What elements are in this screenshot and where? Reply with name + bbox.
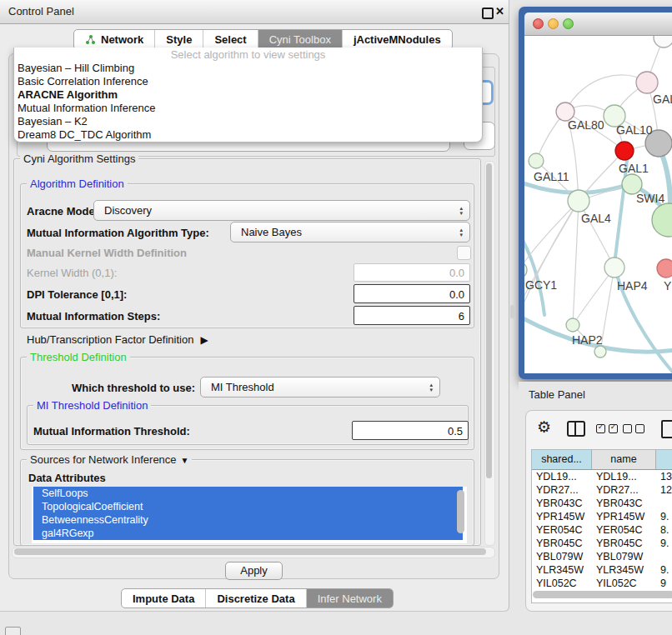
cell: YPR145W xyxy=(532,510,592,523)
apply-button[interactable]: Apply xyxy=(225,562,283,580)
float-panel-icon[interactable] xyxy=(482,8,494,19)
close-panel-icon[interactable] xyxy=(495,5,504,18)
settings-gear-icon[interactable] xyxy=(537,418,551,437)
new-document-icon[interactable] xyxy=(661,420,672,438)
network-node-gal1[interactable] xyxy=(615,142,634,160)
network-node-gal11[interactable] xyxy=(529,153,544,168)
network-graph[interactable]: GALGAL80GAL10GAL1GAL11SWI4GAL4GCY1HAP4YH… xyxy=(524,36,672,373)
check-all-icon[interactable] xyxy=(596,424,618,433)
algorithm-definition-title: Algorithm Definition xyxy=(27,178,128,190)
table-panel-titlebar: Table Panel xyxy=(519,382,672,408)
network-node-gcy1[interactable] xyxy=(524,262,527,278)
table-row[interactable]: YDR27...YDR27...12 xyxy=(532,483,672,497)
column-header-extra[interactable] xyxy=(656,450,672,469)
table-row[interactable]: YPR145WYPR145W9. xyxy=(532,510,672,523)
tab-label: Infer Network xyxy=(318,592,382,605)
network-view-window[interactable]: GALGAL80GAL10GAL1GAL11SWI4GAL4GCY1HAP4YH… xyxy=(519,7,672,379)
sources-group-title[interactable]: Sources for Network Inference xyxy=(27,453,192,466)
split-pane-handle[interactable] xyxy=(510,305,514,318)
settings-vertical-scrollbar[interactable] xyxy=(484,161,495,546)
tab-label: Network xyxy=(101,33,143,46)
algorithm-option-mutual-information-inference[interactable]: Mutual Information Inference xyxy=(14,102,482,115)
mi-threshold-input[interactable]: 0.5 xyxy=(352,421,469,440)
tab-label: Discretize Data xyxy=(217,592,294,605)
which-threshold-select[interactable]: MI Threshold ▴▾ xyxy=(200,377,440,398)
table-row[interactable]: YIL052CYIL052C9 xyxy=(532,577,672,588)
attribute-item-selfloops[interactable]: SelfLoops xyxy=(33,487,463,500)
table-row[interactable]: YDL19...YDL19...13 xyxy=(532,470,672,483)
attributes-list-scrollbar[interactable] xyxy=(457,490,464,533)
network-node[interactable] xyxy=(594,346,606,358)
table-horizontal-scrollbar[interactable] xyxy=(533,591,672,598)
horizontal-scrollbar-thumb[interactable] xyxy=(14,548,486,555)
tab-discretize-data[interactable]: Discretize Data xyxy=(206,589,306,608)
tab-label: Impute Data xyxy=(133,592,194,605)
column-header-name[interactable]: name xyxy=(592,450,656,469)
mi-algorithm-type-select[interactable]: Naive Bayes ▴▾ xyxy=(230,222,470,242)
algorithm-option-aracne-algorithm[interactable]: ARACNE Algorithm xyxy=(14,88,482,102)
network-canvas[interactable]: GALGAL80GAL10GAL1GAL11SWI4GAL4GCY1HAP4YH… xyxy=(524,36,672,373)
aracne-mode-label: Aracne Mode: xyxy=(27,205,98,218)
cell: YIL052C xyxy=(532,577,592,588)
network-node-hap2[interactable] xyxy=(566,318,579,332)
dpi-tolerance-input[interactable]: 0.0 xyxy=(354,284,470,303)
node-label-hap2: HAP2 xyxy=(572,333,603,347)
node-label-gcy1: GCY1 xyxy=(525,278,557,292)
mi-steps-input[interactable]: 6 xyxy=(354,306,470,325)
hub-definition-toggle[interactable]: Hub/Transcription Factor Definition xyxy=(27,333,208,346)
minimize-light-icon[interactable] xyxy=(548,18,559,29)
network-node-gal4[interactable] xyxy=(568,190,589,212)
settings-horizontal-scrollbar[interactable] xyxy=(12,547,495,558)
aracne-mode-select[interactable]: Discovery ▴▾ xyxy=(93,200,470,221)
attribute-item-topologicalcoefficient[interactable]: TopologicalCoefficient xyxy=(33,500,463,513)
node-label-swi4: SWI4 xyxy=(636,192,664,205)
cell: 9. xyxy=(656,537,672,550)
network-node[interactable] xyxy=(654,36,672,48)
zoom-light-icon[interactable] xyxy=(563,18,574,29)
node-label-gal4: GAL4 xyxy=(581,212,611,225)
split-columns-icon[interactable] xyxy=(567,421,585,437)
attribute-item-betweennesscentrality[interactable]: BetweennessCentrality xyxy=(33,513,463,527)
tab-network[interactable]: Network xyxy=(74,30,155,49)
tab-style[interactable]: Style xyxy=(155,30,203,49)
table-row[interactable]: YBR045CYBR045C9. xyxy=(532,537,672,550)
algorithm-option-dream8-dc-tdc-algorithm[interactable]: Dream8 DC_TDC Algorithm xyxy=(14,128,482,142)
kernel-width-input[interactable]: 0.0 xyxy=(354,263,470,282)
node-label-gal80: GAL80 xyxy=(568,118,604,132)
table-row[interactable]: YER054CYER054C8. xyxy=(532,523,672,537)
network-node-gal[interactable] xyxy=(636,72,658,93)
tab-impute-data[interactable]: Impute Data xyxy=(122,589,206,608)
attribute-item-gal4rgexp[interactable]: gal4RGexp xyxy=(33,527,463,540)
threshold-definition-title: Threshold Definition xyxy=(27,351,130,363)
algorithm-option-basic-correlation-inference[interactable]: Basic Correlation Inference xyxy=(14,75,482,88)
tab-infer-network[interactable]: Infer Network xyxy=(307,589,393,608)
node-label-hap4: HAP4 xyxy=(617,279,648,292)
network-node[interactable] xyxy=(652,203,672,237)
cell: YLR345W xyxy=(532,563,592,577)
table-rows: YDL19...YDL19...13YDR27...YDR27...12YBR0… xyxy=(532,470,672,588)
combo-arrows-icon: ▴▾ xyxy=(459,206,463,216)
close-light-icon[interactable] xyxy=(533,18,544,29)
kernel-width-label: Kernel Width (0,1): xyxy=(27,267,117,279)
tab-cyni-toolbox[interactable]: Cyni Toolbox xyxy=(258,30,343,49)
column-header-shared[interactable]: shared... xyxy=(532,450,592,469)
manual-kernel-checkbox[interactable] xyxy=(457,246,471,260)
tab-select[interactable]: Select xyxy=(203,30,258,49)
network-window-titlebar[interactable] xyxy=(524,12,672,36)
algorithm-option-bayesian-hill-climbing[interactable]: Bayesian – Hill Climbing xyxy=(14,62,482,75)
network-node-y[interactable] xyxy=(657,259,672,278)
tab-label: jActiveMNodules xyxy=(354,33,441,46)
table-row[interactable]: YBL079WYBL079W xyxy=(532,550,672,563)
table-row[interactable]: YLR345WYLR345W9. xyxy=(532,563,672,577)
cell: 9 xyxy=(656,577,672,588)
minimized-panel-icon[interactable] xyxy=(5,627,21,635)
tab-jactivemnodules[interactable]: jActiveMNodules xyxy=(343,30,452,49)
vertical-scrollbar-thumb[interactable] xyxy=(486,163,492,478)
manual-kernel-label: Manual Kernel Width Definition xyxy=(27,247,187,259)
network-node-hap4[interactable] xyxy=(604,258,624,278)
table-row[interactable]: YBR043CYBR043C xyxy=(532,497,672,510)
node-label-y: Y xyxy=(664,279,672,292)
algorithm-option-bayesian-k2[interactable]: Bayesian – K2 xyxy=(14,115,482,128)
uncheck-all-icon[interactable] xyxy=(623,424,644,433)
network-edge xyxy=(573,268,614,325)
